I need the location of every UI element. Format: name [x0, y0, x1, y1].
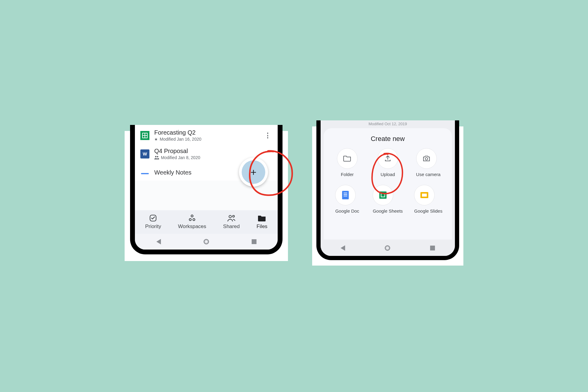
option-google-sheets[interactable]: Google Sheets — [373, 185, 403, 214]
home-icon[interactable] — [204, 239, 209, 244]
file-modified: Modified Jan 16, 2020 — [160, 137, 201, 142]
camera-icon — [416, 148, 437, 169]
file-subtitle: ★ Modified Jan 16, 2020 — [154, 137, 258, 142]
screenshot-left: Forecasting Q2 ★ Modified Jan 16, 2020 ⋮… — [125, 131, 288, 261]
shared-icon — [223, 214, 240, 222]
shared-icon — [154, 156, 159, 159]
svg-point-6 — [191, 215, 193, 217]
recents-icon[interactable] — [252, 239, 256, 244]
option-label: Use camera — [416, 172, 441, 177]
more-options-icon[interactable]: ⋮ — [263, 132, 272, 139]
file-row[interactable]: Forecasting Q2 ★ Modified Jan 16, 2020 ⋮ — [135, 127, 278, 145]
sheets-icon — [140, 131, 149, 140]
google-slides-icon — [414, 185, 435, 205]
option-label: Upload — [377, 172, 398, 177]
google-doc-icon — [335, 185, 356, 205]
recents-icon[interactable] — [430, 246, 435, 250]
svg-point-11 — [425, 158, 428, 160]
priority-icon — [145, 214, 161, 222]
option-label: Google Doc — [335, 208, 359, 214]
nav-shared[interactable]: Shared — [223, 214, 240, 230]
workspaces-icon — [178, 214, 206, 222]
options-grid: Folder Upload Use camera — [328, 148, 448, 214]
svg-point-8 — [193, 219, 195, 221]
nav-label: Files — [256, 224, 267, 230]
back-icon[interactable] — [341, 245, 345, 251]
file-modified: Modified Jan 8, 2020 — [161, 155, 200, 160]
android-system-bar — [321, 240, 455, 256]
android-system-bar — [135, 234, 278, 250]
bottom-nav: Priority Workspaces Shared Files — [135, 210, 278, 234]
phone-frame: Forecasting Q2 ★ Modified Jan 16, 2020 ⋮… — [130, 125, 283, 254]
word-icon: W — [140, 149, 149, 158]
folder-icon — [256, 214, 267, 222]
nav-label: Priority — [145, 224, 161, 230]
option-label: Folder — [337, 172, 358, 177]
svg-point-10 — [233, 215, 234, 217]
screenshot-right: Modified Oct 12, 2019 Create new Folder … — [312, 126, 463, 266]
nav-files[interactable]: Files — [256, 214, 267, 230]
svg-point-9 — [229, 215, 231, 218]
nav-label: Shared — [223, 224, 240, 230]
star-icon: ★ — [154, 137, 158, 142]
svg-point-4 — [157, 156, 158, 158]
plus-icon: + — [242, 160, 265, 184]
option-google-doc[interactable]: Google Doc — [335, 185, 359, 214]
docs-icon — [140, 168, 149, 177]
option-label: Google Sheets — [373, 208, 403, 214]
nav-label: Workspaces — [178, 224, 206, 230]
file-title: Forecasting Q2 — [154, 129, 258, 136]
option-label: Google Slides — [414, 208, 442, 214]
folder-icon — [337, 148, 358, 169]
option-camera[interactable]: Use camera — [416, 148, 441, 177]
back-icon[interactable] — [156, 239, 161, 244]
option-google-slides[interactable]: Google Slides — [414, 185, 442, 214]
background-text: Modified Oct 12, 2019 — [321, 122, 455, 126]
create-new-sheet: Create new Folder Upload — [324, 128, 452, 240]
phone-frame: Modified Oct 12, 2019 Create new Folder … — [316, 120, 459, 260]
create-fab[interactable]: + — [239, 158, 268, 187]
svg-point-7 — [189, 219, 191, 221]
nav-workspaces[interactable]: Workspaces — [178, 214, 206, 230]
upload-icon — [377, 148, 398, 169]
option-folder[interactable]: Folder — [337, 148, 358, 177]
google-sheets-icon — [373, 185, 393, 205]
file-title: Q4 Proposal — [154, 148, 272, 155]
option-upload[interactable]: Upload — [377, 148, 398, 177]
sheet-title: Create new — [328, 135, 448, 143]
nav-priority[interactable]: Priority — [145, 214, 161, 230]
home-icon[interactable] — [385, 245, 390, 251]
svg-point-3 — [155, 156, 157, 158]
